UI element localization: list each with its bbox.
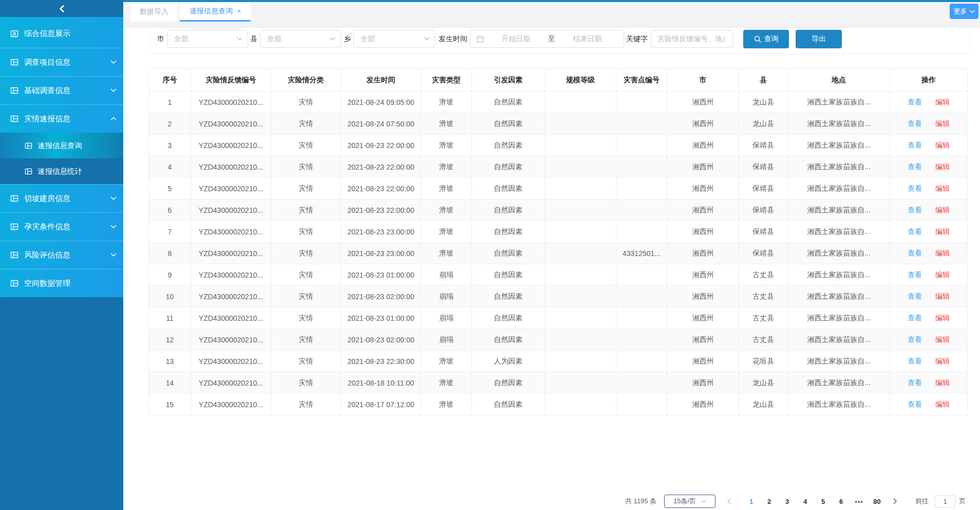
view-link[interactable]: 查看 (908, 249, 922, 257)
sidebar-item-5[interactable]: 切坡建房信息 (0, 184, 123, 212)
tab-close-icon[interactable]: × (237, 8, 241, 15)
page-number-1[interactable]: 1 (742, 498, 760, 505)
page-number-80[interactable]: 80 (868, 498, 886, 505)
prev-page-button[interactable] (724, 498, 734, 504)
county-select-value: 全部 (267, 34, 281, 44)
edit-link[interactable]: 编辑 (935, 119, 950, 128)
page-number-6[interactable]: 6 (832, 498, 850, 505)
chevron-left-icon (727, 498, 731, 504)
view-link[interactable]: 查看 (908, 227, 922, 235)
table-cell: 滑坡 (421, 372, 472, 394)
table-cell: 湘西土家族苗族自... (788, 329, 890, 351)
edit-link[interactable]: 编辑 (935, 314, 950, 322)
table-cell: YZD43000020210... (191, 394, 271, 415)
sidebar-subitem-2[interactable]: 速报信息统计 (0, 158, 123, 184)
view-link[interactable]: 查看 (908, 335, 922, 343)
column-header: 发生时间 (341, 69, 421, 92)
table-cell: 崩塌 (421, 264, 472, 286)
page-number-5[interactable]: 5 (814, 498, 832, 505)
table-cell: 2021-08-23 01:00:00 (341, 307, 421, 329)
view-link[interactable]: 查看 (908, 206, 922, 214)
sidebar-item-8[interactable]: 空间数据管理 (0, 269, 123, 297)
sidebar-item-2[interactable]: 调查项目信息 (0, 48, 123, 76)
edit-link[interactable]: 编辑 (935, 270, 950, 279)
next-page-button[interactable] (886, 498, 904, 504)
page-number-...[interactable]: ••• (850, 498, 868, 505)
view-link[interactable]: 查看 (908, 98, 922, 106)
edit-link[interactable]: 编辑 (935, 249, 950, 257)
table-cell: 自然因素 (472, 307, 545, 329)
chevron-left-icon (59, 5, 65, 13)
table-cell: 2021-08-23 22:00:00 (341, 199, 421, 221)
page-size-select[interactable]: 15条/页 (664, 495, 715, 508)
sidebar: 综合信息展示调查项目信息基础调查信息灾情速报信息速报信息查询速报信息统计切坡建房… (0, 0, 123, 510)
view-link[interactable]: 查看 (908, 162, 922, 171)
more-button[interactable]: 更多 (950, 4, 978, 19)
edit-link[interactable]: 编辑 (935, 357, 950, 365)
table-cell: 2021-08-23 23:00:00 (341, 243, 421, 264)
sidebar-collapse-button[interactable] (0, 0, 123, 17)
table-cell: 湘西州 (667, 221, 739, 243)
table-cell: YZD43000020210... (191, 178, 271, 199)
county-select[interactable]: 全部 (260, 30, 341, 48)
table-cell (616, 199, 667, 221)
main-content: 数据导入 速报信息查询 × 更多 市 全部 县 全部 乡 全部 (123, 0, 980, 510)
start-date-input[interactable]: 开始日期 (484, 34, 548, 44)
edit-link[interactable]: 编辑 (935, 400, 950, 408)
table-cell (616, 372, 667, 394)
table-cell: 自然因素 (472, 372, 545, 394)
edit-link[interactable]: 编辑 (935, 184, 950, 192)
edit-link[interactable]: 编辑 (935, 141, 950, 149)
table-cell: 自然因素 (472, 135, 545, 156)
sidebar-item-label: 空间数据管理 (24, 279, 70, 288)
date-range-picker[interactable]: 开始日期 至 结束日期 (470, 30, 624, 48)
view-link[interactable]: 查看 (908, 400, 922, 408)
table-cell-ops: 查看编辑 (890, 264, 968, 286)
town-select[interactable]: 全部 (353, 30, 435, 48)
page-number-4[interactable]: 4 (796, 498, 814, 505)
page-number-2[interactable]: 2 (760, 498, 778, 505)
sidebar-item-6[interactable]: 孕灾条件信息 (0, 212, 123, 241)
edit-link[interactable]: 编辑 (935, 98, 950, 106)
city-select-value: 全部 (174, 34, 189, 44)
export-button[interactable]: 导出 (796, 30, 842, 48)
tab-report-query[interactable]: 速报信息查询 × (180, 2, 251, 22)
page-number-3[interactable]: 3 (778, 498, 796, 505)
edit-link[interactable]: 编辑 (935, 335, 950, 343)
end-date-input[interactable]: 结束日期 (555, 34, 619, 44)
grid-icon (10, 279, 18, 287)
sidebar-item-4[interactable]: 灾情速报信息 (0, 104, 123, 133)
table-row: 1YZD43000020210...灾情2021-08-24 09:05:00滑… (149, 92, 968, 113)
table-cell: 11 (149, 307, 191, 329)
edit-link[interactable]: 编辑 (935, 378, 950, 387)
edit-link[interactable]: 编辑 (935, 206, 950, 214)
sidebar-item-3[interactable]: 基础调查信息 (0, 76, 123, 104)
sidebar-item-1[interactable]: 综合信息展示 (0, 20, 123, 48)
view-link[interactable]: 查看 (908, 184, 922, 192)
table-cell: 灾情 (271, 307, 341, 329)
edit-link[interactable]: 编辑 (935, 162, 950, 171)
tab-data-import[interactable]: 数据导入 (131, 2, 177, 22)
sidebar-subitem-1[interactable]: 速报信息查询 (0, 133, 123, 158)
view-link[interactable]: 查看 (908, 378, 922, 387)
edit-link[interactable]: 编辑 (935, 227, 950, 235)
city-select[interactable]: 全部 (167, 30, 248, 48)
goto-page-input[interactable]: 1 (935, 495, 955, 508)
view-link[interactable]: 查看 (908, 141, 922, 149)
table-cell-ops: 查看编辑 (890, 243, 968, 264)
view-link[interactable]: 查看 (908, 119, 922, 128)
keyword-input[interactable]: 灾险情反馈编号、地点 (651, 30, 733, 48)
view-link[interactable]: 查看 (908, 270, 922, 279)
sidebar-item-7[interactable]: 风险评估信息 (0, 241, 123, 269)
table-cell: 崩塌 (421, 307, 472, 329)
view-link[interactable]: 查看 (908, 357, 922, 365)
edit-link[interactable]: 编辑 (935, 292, 950, 300)
grid-icon (10, 86, 18, 95)
chevron-down-icon (110, 224, 117, 230)
table-cell-ops: 查看编辑 (890, 113, 968, 135)
view-link[interactable]: 查看 (908, 292, 922, 300)
view-link[interactable]: 查看 (908, 314, 922, 322)
table-cell: 龙山县 (739, 113, 788, 135)
table-cell: YZD43000020210... (191, 243, 271, 264)
search-button[interactable]: 查询 (743, 30, 789, 48)
